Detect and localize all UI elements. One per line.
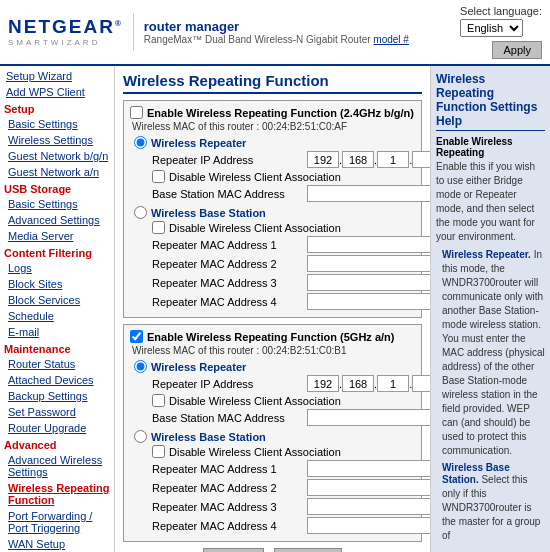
section1-rep-mac4-label: Repeater MAC Address 4: [152, 296, 307, 308]
sidebar-item-router-status[interactable]: Router Status: [0, 356, 114, 372]
section2-ip1[interactable]: [307, 375, 339, 392]
section2-rep-mac4-label: Repeater MAC Address 4: [152, 520, 307, 532]
section1: Enable Wireless Repeating Function (2.4G…: [123, 100, 422, 318]
sidebar-item-advanced-settings[interactable]: Advanced Settings: [0, 212, 114, 228]
section1-rep-mac2-input[interactable]: [307, 255, 430, 272]
logo: NETGEAR® SMARTWIZARD: [8, 17, 123, 47]
sidebar-item-schedule[interactable]: Schedule: [0, 308, 114, 324]
section1-enable-label: Enable Wireless Repeating Function (2.4G…: [147, 107, 414, 119]
router-manager-label: router manager: [144, 19, 409, 34]
section1-rep-mac2-label: Repeater MAC Address 2: [152, 258, 307, 270]
sidebar-item-media-server[interactable]: Media Server: [0, 228, 114, 244]
help-title: Wireless Repeating Function Settings Hel…: [436, 72, 545, 131]
sidebar-section-advanced: Advanced: [0, 436, 114, 452]
section1-enable-checkbox[interactable]: [130, 106, 143, 119]
section1-base-radio[interactable]: [134, 206, 147, 219]
sidebar-item-block-services[interactable]: Block Services: [0, 292, 114, 308]
section1-rep-mac4-input[interactable]: [307, 293, 430, 310]
section2-base-mac-input[interactable]: [307, 409, 430, 426]
section1-mac-info: Wireless MAC of this router : 00:24:B2:5…: [132, 121, 415, 132]
sidebar-section-setup: Setup: [0, 100, 114, 116]
section2-base-radio[interactable]: [134, 430, 147, 443]
sidebar-item-setup-wizard[interactable]: Setup Wizard: [0, 68, 114, 84]
section1-base-label: Wireless Base Station: [151, 207, 266, 219]
sidebar-item-block-sites[interactable]: Block Sites: [0, 276, 114, 292]
section2-rep-mac3-input[interactable]: [307, 498, 430, 515]
help-bullet1-text: In this mode, the WNDR3700router will co…: [442, 249, 545, 456]
section2-disable-client-checkbox[interactable]: [152, 394, 165, 407]
section2-rep-mac4-input[interactable]: [307, 517, 430, 534]
section1-base-disable-label: Disable Wireless Client Association: [169, 222, 341, 234]
section2-mac-info: Wireless MAC of this router : 00:24:B2:5…: [132, 345, 415, 356]
sidebar-item-guest-bgn[interactable]: Guest Network b/g/n: [0, 148, 114, 164]
section2-repeater-radio[interactable]: [134, 360, 147, 373]
section1-base-mac-input[interactable]: [307, 185, 430, 202]
section1-ip3[interactable]: [377, 151, 409, 168]
section2-repeater-label: Wireless Repeater: [151, 361, 246, 373]
main-content: Wireless Repeating Function Enable Wirel…: [115, 66, 430, 552]
section2-ip-label: Repeater IP Address: [152, 378, 307, 390]
section2-ip-field: . . .: [307, 375, 430, 392]
help-enable-title: Enable Wireless Repeating: [436, 136, 545, 158]
section2: Enable Wireless Repeating Function (5GHz…: [123, 324, 422, 542]
section1-ip4[interactable]: [412, 151, 430, 168]
sidebar-item-set-password[interactable]: Set Password: [0, 404, 114, 420]
section1-repeater-label: Wireless Repeater: [151, 137, 246, 149]
apply-button[interactable]: Apply: [203, 548, 265, 552]
sidebar-item-wireless-repeating[interactable]: Wireless Repeating Function: [0, 480, 114, 508]
section2-ip4[interactable]: [412, 375, 430, 392]
section1-base-disable-checkbox[interactable]: [152, 221, 165, 234]
section2-disable-client-label: Disable Wireless Client Association: [169, 395, 341, 407]
help-enable-text: Enable this if you wish to use either Br…: [436, 160, 545, 244]
section1-ip1[interactable]: [307, 151, 339, 168]
section1-ip2[interactable]: [342, 151, 374, 168]
sidebar-item-logs[interactable]: Logs: [0, 260, 114, 276]
sidebar-item-router-upgrade[interactable]: Router Upgrade: [0, 420, 114, 436]
sidebar-item-basic-usb[interactable]: Basic Settings: [0, 196, 114, 212]
section2-ip2[interactable]: [342, 375, 374, 392]
sidebar-item-advanced-wireless[interactable]: Advanced Wireless Settings: [0, 452, 114, 480]
sidebar-item-port-forwarding[interactable]: Port Forwarding / Port Triggering: [0, 508, 114, 536]
section1-rep-mac3-input[interactable]: [307, 274, 430, 291]
section1-ip-label: Repeater IP Address: [152, 154, 307, 166]
smartwizard-label: SMARTWIZARD: [8, 38, 123, 47]
section1-disable-client-checkbox[interactable]: [152, 170, 165, 183]
header-apply-button[interactable]: Apply: [492, 41, 542, 59]
cancel-button[interactable]: Cancel: [274, 548, 342, 552]
help-panel: Wireless Repeating Function Settings Hel…: [430, 66, 550, 552]
sidebar: Setup Wizard Add WPS Client Setup Basic …: [0, 66, 115, 552]
section2-enable-checkbox[interactable]: [130, 330, 143, 343]
brand-name: NETGEAR: [8, 16, 115, 37]
section2-base-label: Wireless Base Station: [151, 431, 266, 443]
sidebar-item-wan-setup[interactable]: WAN Setup: [0, 536, 114, 552]
language-select[interactable]: English: [460, 19, 523, 37]
model-link[interactable]: model #: [373, 34, 409, 45]
section1-rep-mac1-input[interactable]: [307, 236, 430, 253]
sidebar-item-wireless-settings[interactable]: Wireless Settings: [0, 132, 114, 148]
section2-base-disable-checkbox[interactable]: [152, 445, 165, 458]
sidebar-item-backup-settings[interactable]: Backup Settings: [0, 388, 114, 404]
section1-rep-mac3-label: Repeater MAC Address 3: [152, 277, 307, 289]
sidebar-section-content: Content Filtering: [0, 244, 114, 260]
router-model-label: RangеMax™ Dual Band Wireless-N Gigabit R…: [144, 34, 409, 45]
section2-enable-label: Enable Wireless Repeating Function (5GHz…: [147, 331, 394, 343]
section2-rep-mac2-input[interactable]: [307, 479, 430, 496]
header: NETGEAR® SMARTWIZARD router manager Rang…: [0, 0, 550, 66]
language-area: Select language: English Apply: [460, 5, 542, 59]
sidebar-item-guest-an[interactable]: Guest Network a/n: [0, 164, 114, 180]
sidebar-item-basic-settings[interactable]: Basic Settings: [0, 116, 114, 132]
section1-base-mac-label: Base Station MAC Address: [152, 188, 307, 200]
page-title: Wireless Repeating Function: [123, 72, 422, 94]
section2-ip3[interactable]: [377, 375, 409, 392]
sidebar-section-usb: USB Storage: [0, 180, 114, 196]
section2-rep-mac1-input[interactable]: [307, 460, 430, 477]
sidebar-item-attached-devices[interactable]: Attached Devices: [0, 372, 114, 388]
section2-rep-mac2-label: Repeater MAC Address 2: [152, 482, 307, 494]
section2-base-mac-label: Base Station MAC Address: [152, 412, 307, 424]
section1-disable-client-label: Disable Wireless Client Association: [169, 171, 341, 183]
sidebar-item-add-wps[interactable]: Add WPS Client: [0, 84, 114, 100]
section1-repeater-radio[interactable]: [134, 136, 147, 149]
sidebar-item-email[interactable]: E-mail: [0, 324, 114, 340]
section1-ip-field: . . .: [307, 151, 430, 168]
lang-label: Select language:: [460, 5, 542, 17]
